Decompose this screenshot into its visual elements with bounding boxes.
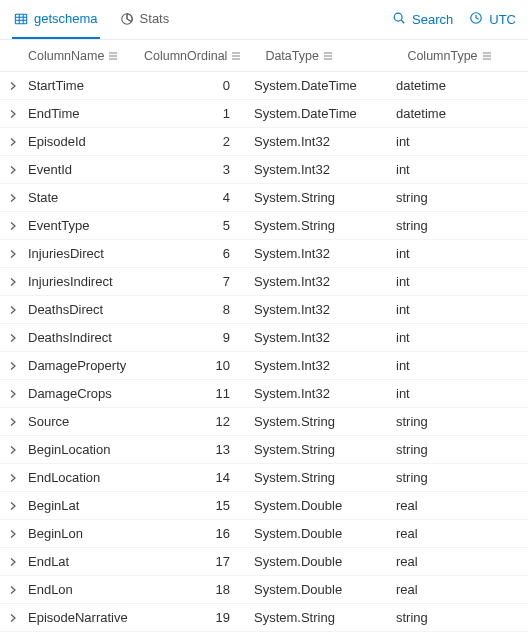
header-datatype-label: DataType: [265, 49, 319, 63]
column-menu-icon: [231, 51, 241, 61]
cell-columntype: real: [394, 582, 528, 597]
cell-columntype: real: [394, 554, 528, 569]
table-row[interactable]: EpisodeNarrative19System.Stringstring: [0, 604, 528, 632]
expand-row-icon[interactable]: [0, 361, 26, 371]
table-row[interactable]: BeginLon16System.Doublereal: [0, 520, 528, 548]
expand-row-icon[interactable]: [0, 193, 26, 203]
timezone-action[interactable]: UTC: [469, 11, 516, 28]
table-row[interactable]: EventNarrative20System.Stringstring: [0, 632, 528, 640]
table-row[interactable]: EventId3System.Int32int: [0, 156, 528, 184]
table-row[interactable]: EndLon18System.Doublereal: [0, 576, 528, 604]
svg-line-12: [476, 18, 479, 19]
cell-datatype: System.DateTime: [252, 106, 394, 121]
expand-row-icon[interactable]: [0, 585, 26, 595]
expand-row-icon[interactable]: [0, 137, 26, 147]
expand-row-icon[interactable]: [0, 473, 26, 483]
cell-columnname: EndLon: [26, 582, 142, 597]
expand-row-icon[interactable]: [0, 417, 26, 427]
table-icon: [14, 12, 28, 26]
table-row[interactable]: BeginLat15System.Doublereal: [0, 492, 528, 520]
cell-columntype: string: [394, 190, 528, 205]
cell-columnname: EndTime: [26, 106, 142, 121]
expand-row-icon[interactable]: [0, 613, 26, 623]
cell-columnordinal: 9: [142, 330, 252, 345]
cell-columnordinal: 0: [142, 78, 252, 93]
header-columntype-label: ColumnType: [407, 49, 477, 63]
cell-datatype: System.Double: [252, 554, 394, 569]
cell-datatype: System.Int32: [252, 274, 394, 289]
tab-stats[interactable]: Stats: [118, 0, 172, 39]
table-row[interactable]: DeathsIndirect9System.Int32int: [0, 324, 528, 352]
header-columnname[interactable]: ColumnName: [26, 49, 142, 63]
search-action[interactable]: Search: [392, 11, 453, 28]
header-datatype[interactable]: DataType: [263, 49, 405, 63]
cell-columnname: StartTime: [26, 78, 142, 93]
expand-row-icon[interactable]: [0, 165, 26, 175]
expand-row-icon[interactable]: [0, 277, 26, 287]
cell-columntype: int: [394, 302, 528, 317]
cell-columntype: int: [394, 330, 528, 345]
tab-getschema[interactable]: getschema: [12, 0, 100, 39]
table-row[interactable]: EndTime1System.DateTimedatetime: [0, 100, 528, 128]
expand-row-icon[interactable]: [0, 305, 26, 315]
cell-columntype: int: [394, 358, 528, 373]
cell-columnordinal: 3: [142, 162, 252, 177]
table-row[interactable]: EndLocation14System.Stringstring: [0, 464, 528, 492]
cell-columnordinal: 6: [142, 246, 252, 261]
cell-columnordinal: 2: [142, 134, 252, 149]
expand-row-icon[interactable]: [0, 389, 26, 399]
table-row[interactable]: EventType5System.Stringstring: [0, 212, 528, 240]
cell-columnname: InjuriesDirect: [26, 246, 142, 261]
cell-datatype: System.Int32: [252, 386, 394, 401]
expand-row-icon[interactable]: [0, 501, 26, 511]
cell-columnordinal: 1: [142, 106, 252, 121]
cell-columnname: DeathsDirect: [26, 302, 142, 317]
cell-columnname: InjuriesIndirect: [26, 274, 142, 289]
cell-columnordinal: 10: [142, 358, 252, 373]
expand-row-icon[interactable]: [0, 529, 26, 539]
cell-columntype: datetime: [394, 78, 528, 93]
cell-columnname: DamageCrops: [26, 386, 142, 401]
cell-columnordinal: 11: [142, 386, 252, 401]
cell-columntype: int: [394, 134, 528, 149]
table-row[interactable]: InjuriesIndirect7System.Int32int: [0, 268, 528, 296]
column-menu-icon: [323, 51, 333, 61]
cell-columnname: EndLat: [26, 554, 142, 569]
expand-row-icon[interactable]: [0, 249, 26, 259]
table-row[interactable]: DeathsDirect8System.Int32int: [0, 296, 528, 324]
cell-columnname: EndLocation: [26, 470, 142, 485]
table-row[interactable]: InjuriesDirect6System.Int32int: [0, 240, 528, 268]
table-row[interactable]: EndLat17System.Doublereal: [0, 548, 528, 576]
cell-datatype: System.String: [252, 218, 394, 233]
cell-datatype: System.DateTime: [252, 78, 394, 93]
header-columnordinal-label: ColumnOrdinal: [144, 49, 227, 63]
table-row[interactable]: BeginLocation13System.Stringstring: [0, 436, 528, 464]
expand-row-icon[interactable]: [0, 333, 26, 343]
cell-columnordinal: 19: [142, 610, 252, 625]
table-row[interactable]: DamageCrops11System.Int32int: [0, 380, 528, 408]
cell-columntype: string: [394, 218, 528, 233]
cell-columntype: string: [394, 414, 528, 429]
cell-columnordinal: 14: [142, 470, 252, 485]
expand-row-icon[interactable]: [0, 557, 26, 567]
cell-columntype: real: [394, 498, 528, 513]
cell-columnname: EpisodeId: [26, 134, 142, 149]
table-row[interactable]: DamageProperty10System.Int32int: [0, 352, 528, 380]
expand-row-icon[interactable]: [0, 109, 26, 119]
table-row[interactable]: Source12System.Stringstring: [0, 408, 528, 436]
header-columnordinal[interactable]: ColumnOrdinal: [142, 49, 245, 63]
cell-datatype: System.Int32: [252, 302, 394, 317]
header-columntype[interactable]: ColumnType: [405, 49, 528, 63]
cell-columnname: EventType: [26, 218, 142, 233]
cell-datatype: System.Int32: [252, 134, 394, 149]
table-row[interactable]: EpisodeId2System.Int32int: [0, 128, 528, 156]
cell-datatype: System.Double: [252, 526, 394, 541]
expand-row-icon[interactable]: [0, 221, 26, 231]
expand-row-icon[interactable]: [0, 445, 26, 455]
column-menu-icon: [482, 51, 492, 61]
table-row[interactable]: StartTime0System.DateTimedatetime: [0, 72, 528, 100]
table-row[interactable]: State4System.Stringstring: [0, 184, 528, 212]
cell-columnname: DeathsIndirect: [26, 330, 142, 345]
cell-datatype: System.Int32: [252, 162, 394, 177]
expand-row-icon[interactable]: [0, 81, 26, 91]
